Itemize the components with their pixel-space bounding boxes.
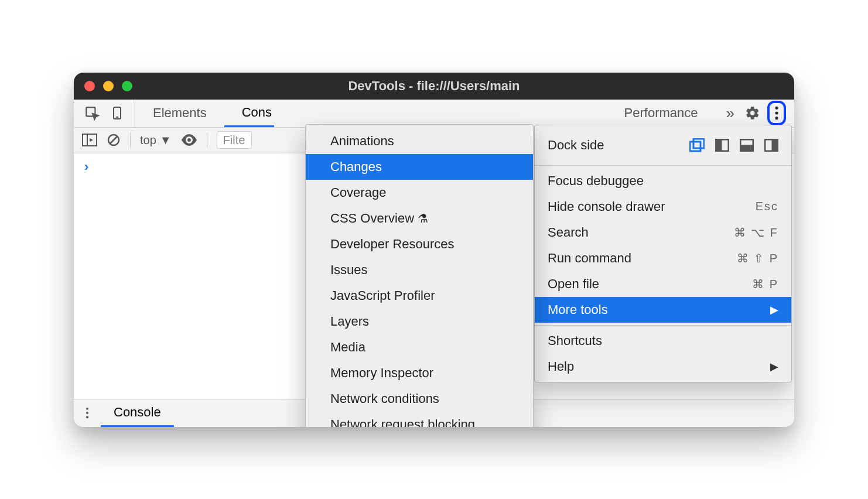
svg-point-13 xyxy=(86,412,88,414)
minimize-window-button[interactable] xyxy=(103,81,114,91)
submenu-arrow-icon: ▶ xyxy=(770,360,778,373)
submenu-item-css-overview[interactable]: CSS Overview⚗ xyxy=(306,206,533,231)
menu-dock-side: Dock side xyxy=(535,128,791,163)
tab-elements[interactable]: Elements xyxy=(135,100,224,127)
menu-shortcuts[interactable]: Shortcuts xyxy=(535,328,791,354)
menu-focus-debuggee[interactable]: Focus debuggee xyxy=(535,168,791,194)
toolbar-divider xyxy=(130,132,131,148)
dropdown-triangle-icon: ▼ xyxy=(160,134,172,147)
console-filter-input[interactable]: Filte xyxy=(217,131,252,149)
svg-line-10 xyxy=(110,136,117,143)
dock-undock-icon[interactable] xyxy=(689,138,705,152)
shortcut-text: ⌘ ⇧ P xyxy=(737,251,778,265)
submenu-item-network-request-blocking[interactable]: Network request blocking xyxy=(306,412,533,427)
submenu-item-issues[interactable]: Issues xyxy=(306,257,533,283)
devtools-tabbar: Elements Cons Performance » xyxy=(74,100,794,128)
submenu-item-media[interactable]: Media xyxy=(306,334,533,360)
svg-point-11 xyxy=(187,138,191,142)
devtools-window: DevTools - file:///Users/main Elements C… xyxy=(74,73,794,427)
svg-point-12 xyxy=(86,408,88,410)
submenu-item-animations[interactable]: Animations xyxy=(306,128,533,154)
svg-point-4 xyxy=(775,111,778,114)
svg-rect-16 xyxy=(693,139,704,148)
drawer-tab-console[interactable]: Console xyxy=(101,399,174,427)
device-toggle-icon[interactable] xyxy=(110,105,124,121)
svg-point-5 xyxy=(775,117,778,119)
submenu-item-coverage[interactable]: Coverage xyxy=(306,180,533,206)
tabs-overflow-button[interactable]: » xyxy=(716,100,745,127)
zoom-window-button[interactable] xyxy=(122,81,132,91)
more-tools-submenu: Animations Changes Coverage CSS Overview… xyxy=(305,124,534,427)
customize-menu: Dock side xyxy=(534,125,792,382)
shortcut-text: Esc xyxy=(756,200,778,213)
clear-console-icon[interactable] xyxy=(107,133,121,147)
kebab-menu-icon[interactable] xyxy=(774,105,779,121)
context-label: top xyxy=(140,134,156,147)
menu-search[interactable]: Search ⌘ ⌥ F xyxy=(535,220,791,245)
window-title: DevTools - file:///Users/main xyxy=(74,78,794,94)
dock-side-label: Dock side xyxy=(548,138,689,153)
filter-placeholder: Filte xyxy=(223,134,245,147)
submenu-arrow-icon: ▶ xyxy=(770,303,778,316)
dock-bottom-icon[interactable] xyxy=(740,139,754,152)
dock-left-icon[interactable] xyxy=(715,139,729,152)
shortcut-text: ⌘ ⌥ F xyxy=(734,225,778,240)
console-prompt-chevron-icon: › xyxy=(84,159,88,175)
submenu-item-layers[interactable]: Layers xyxy=(306,309,533,334)
submenu-item-memory-inspector[interactable]: Memory Inspector xyxy=(306,360,533,386)
traffic-lights xyxy=(84,81,132,91)
customize-menu-highlight xyxy=(767,101,786,125)
execution-context-selector[interactable]: top ▼ xyxy=(140,134,172,147)
submenu-item-changes[interactable]: Changes xyxy=(306,154,533,180)
svg-rect-22 xyxy=(773,139,778,151)
menu-more-tools[interactable]: More tools ▶ xyxy=(535,297,791,323)
settings-gear-icon[interactable] xyxy=(745,105,760,121)
svg-rect-20 xyxy=(740,146,753,151)
svg-marker-8 xyxy=(90,138,93,142)
tab-console[interactable]: Cons xyxy=(224,100,274,127)
tab-performance[interactable]: Performance xyxy=(624,100,716,127)
drawer-menu-icon[interactable] xyxy=(74,399,101,427)
close-window-button[interactable] xyxy=(84,81,95,91)
submenu-item-network-conditions[interactable]: Network conditions xyxy=(306,386,533,412)
shortcut-text: ⌘ P xyxy=(752,277,778,291)
svg-rect-18 xyxy=(716,139,721,151)
menu-hide-console-drawer[interactable]: Hide console drawer Esc xyxy=(535,194,791,220)
window-titlebar: DevTools - file:///Users/main xyxy=(74,73,794,100)
live-expression-eye-icon[interactable] xyxy=(181,134,197,146)
dock-right-icon[interactable] xyxy=(764,139,778,152)
menu-run-command[interactable]: Run command ⌘ ⇧ P xyxy=(535,245,791,271)
toolbar-divider xyxy=(207,132,207,148)
svg-point-3 xyxy=(775,107,778,110)
svg-rect-15 xyxy=(690,142,700,151)
console-sidebar-toggle-icon[interactable] xyxy=(82,134,97,146)
submenu-item-javascript-profiler[interactable]: JavaScript Profiler xyxy=(306,283,533,309)
submenu-item-developer-resources[interactable]: Developer Resources xyxy=(306,231,533,257)
svg-point-14 xyxy=(86,416,88,418)
inspect-element-icon[interactable] xyxy=(84,105,100,121)
menu-open-file[interactable]: Open file ⌘ P xyxy=(535,271,791,297)
menu-help[interactable]: Help ▶ xyxy=(535,354,791,380)
experimental-flask-icon: ⚗ xyxy=(418,211,428,225)
